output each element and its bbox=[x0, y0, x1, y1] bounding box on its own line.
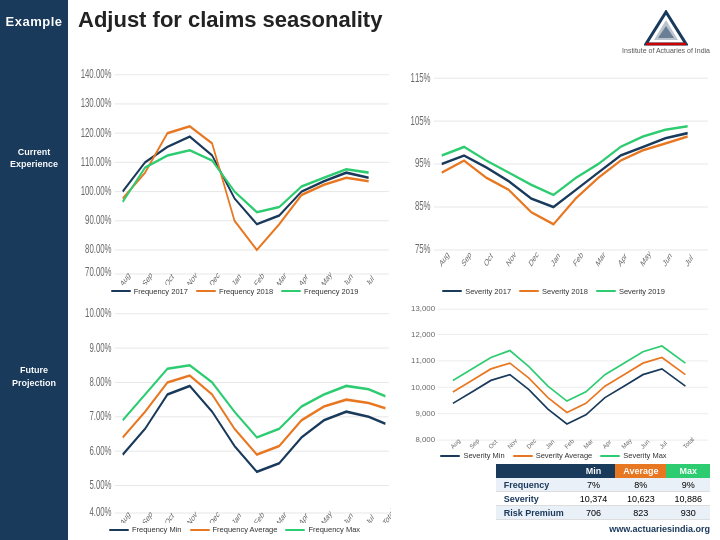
svg-text:Jun: Jun bbox=[342, 271, 354, 284]
svg-text:Oct: Oct bbox=[164, 271, 176, 284]
logo-text: Institute of Actuaries of India bbox=[622, 47, 710, 55]
table-header-max: Max bbox=[666, 464, 710, 478]
summary-table: Min Average Max Frequency 7% 8% bbox=[496, 464, 710, 520]
svg-text:8,000: 8,000 bbox=[415, 435, 435, 444]
svg-text:Jul: Jul bbox=[365, 512, 376, 523]
frequency-current-chart: 140.00% 130.00% 120.00% 110.00% 100.00% … bbox=[78, 61, 391, 295]
table-cell-sev-max: 10,886 bbox=[666, 492, 710, 506]
table-cell-freq-min: 7% bbox=[572, 478, 616, 492]
table-cell-sev-min: 10,374 bbox=[572, 492, 616, 506]
svg-text:Dec: Dec bbox=[208, 509, 221, 523]
table-cell-rp-min: 706 bbox=[572, 506, 616, 520]
svg-text:Nov: Nov bbox=[186, 509, 199, 523]
svg-text:Feb: Feb bbox=[253, 270, 266, 284]
svg-text:9,000: 9,000 bbox=[415, 409, 435, 418]
table-cell-rp-avg: 823 bbox=[615, 506, 666, 520]
table-cell-freq-avg: 8% bbox=[615, 478, 666, 492]
svg-text:Jun: Jun bbox=[342, 510, 354, 523]
table-header-min: Min bbox=[572, 464, 616, 478]
legend-sev-2019: Severity 2019 bbox=[619, 287, 665, 296]
svg-text:Jul: Jul bbox=[365, 274, 376, 285]
svg-text:115%: 115% bbox=[411, 71, 431, 84]
svg-text:Mar: Mar bbox=[594, 250, 607, 269]
svg-text:120.00%: 120.00% bbox=[81, 126, 112, 139]
svg-text:Aug: Aug bbox=[119, 509, 132, 523]
sev-future-legend: Severity Min Severity Average Severity M… bbox=[397, 451, 710, 460]
svg-text:Nov: Nov bbox=[186, 270, 199, 284]
svg-text:9.00%: 9.00% bbox=[89, 341, 111, 354]
svg-text:Sep: Sep bbox=[460, 249, 473, 269]
svg-text:Apr: Apr bbox=[298, 272, 310, 285]
svg-text:Jan: Jan bbox=[231, 510, 243, 523]
svg-text:11,000: 11,000 bbox=[411, 356, 435, 365]
svg-text:Dec: Dec bbox=[527, 250, 540, 269]
svg-text:Jun: Jun bbox=[639, 437, 651, 449]
table-row-frequency: Frequency 7% 8% 9% bbox=[496, 478, 710, 492]
sidebar-current-label: CurrentExperience bbox=[6, 146, 62, 171]
sev-current-legend: Severity 2017 Severity 2018 Severity 201… bbox=[397, 287, 710, 296]
severity-future-chart: 13,000 12,000 11,000 10,000 9,000 8,000 bbox=[397, 300, 710, 460]
svg-text:13,000: 13,000 bbox=[411, 304, 435, 313]
svg-text:85%: 85% bbox=[415, 200, 431, 213]
svg-text:100.00%: 100.00% bbox=[81, 185, 112, 198]
main-content: Adjust for claims seasonality Institute … bbox=[68, 0, 720, 540]
table-cell-sev-avg: 10,623 bbox=[615, 492, 666, 506]
legend-freq-min: Frequency Min bbox=[132, 525, 182, 534]
svg-text:Jul: Jul bbox=[658, 439, 668, 449]
svg-text:Nov: Nov bbox=[505, 250, 518, 269]
svg-text:Feb: Feb bbox=[253, 509, 266, 523]
svg-text:80.00%: 80.00% bbox=[85, 243, 111, 256]
page-number: 23 bbox=[28, 508, 40, 520]
legend-freq-2019: Frequency 2019 bbox=[304, 287, 358, 296]
svg-text:Oct: Oct bbox=[483, 251, 495, 270]
svg-text:May: May bbox=[639, 249, 652, 269]
svg-text:6.00%: 6.00% bbox=[89, 444, 111, 457]
svg-text:Jan: Jan bbox=[544, 437, 556, 449]
legend-sev-2017: Severity 2017 bbox=[465, 287, 511, 296]
svg-text:Oct: Oct bbox=[487, 438, 499, 449]
svg-text:Dec: Dec bbox=[208, 270, 221, 284]
legend-sev-max: Severity Max bbox=[623, 451, 666, 460]
svg-text:12,000: 12,000 bbox=[411, 329, 435, 338]
svg-text:Nov: Nov bbox=[506, 436, 519, 449]
svg-text:Jul: Jul bbox=[684, 253, 695, 269]
legend-sev-min: Severity Min bbox=[463, 451, 504, 460]
frequency-future-chart: 10.00% 9.00% 8.00% 7.00% 6.00% 5.00% 4.0… bbox=[78, 300, 391, 534]
svg-text:Apr: Apr bbox=[617, 251, 629, 269]
table-cell-rp-label: Risk Premium bbox=[496, 506, 572, 520]
table-header-label bbox=[496, 464, 572, 478]
current-experience-row: 140.00% 130.00% 120.00% 110.00% 100.00% … bbox=[78, 61, 710, 295]
svg-text:10.00%: 10.00% bbox=[85, 306, 111, 319]
svg-text:May: May bbox=[620, 436, 634, 449]
logo-icon bbox=[644, 10, 688, 46]
sidebar-example-label: Example bbox=[6, 14, 63, 29]
svg-text:Total: Total bbox=[681, 435, 695, 449]
legend-sev-2018: Severity 2018 bbox=[542, 287, 588, 296]
svg-text:Apr: Apr bbox=[298, 510, 310, 523]
svg-text:Mar: Mar bbox=[275, 509, 288, 523]
table-cell-freq-label: Frequency bbox=[496, 478, 572, 492]
freq-future-legend: Frequency Min Frequency Average Frequenc… bbox=[78, 525, 391, 534]
legend-freq-2018: Frequency 2018 bbox=[219, 287, 273, 296]
svg-text:May: May bbox=[320, 270, 333, 285]
page-title: Adjust for claims seasonality bbox=[78, 8, 382, 32]
svg-text:May: May bbox=[320, 508, 333, 523]
svg-text:Sep: Sep bbox=[468, 436, 481, 449]
svg-text:Aug: Aug bbox=[119, 270, 132, 284]
table-row-risk-premium: Risk Premium 706 823 930 bbox=[496, 506, 710, 520]
svg-text:Oct: Oct bbox=[164, 510, 176, 523]
svg-text:7.00%: 7.00% bbox=[89, 409, 111, 422]
svg-text:70.00%: 70.00% bbox=[85, 265, 111, 278]
svg-text:5.00%: 5.00% bbox=[89, 478, 111, 491]
svg-text:75%: 75% bbox=[415, 243, 431, 256]
svg-text:Mar: Mar bbox=[582, 437, 594, 449]
svg-text:Jan: Jan bbox=[231, 271, 243, 284]
sidebar: Example CurrentExperience FutureProjecti… bbox=[0, 0, 68, 540]
svg-text:8.00%: 8.00% bbox=[89, 375, 111, 388]
table-header-avg: Average bbox=[615, 464, 666, 478]
svg-text:140.00%: 140.00% bbox=[81, 68, 112, 81]
svg-text:Sep: Sep bbox=[141, 270, 154, 285]
table-cell-rp-max: 930 bbox=[666, 506, 710, 520]
table-row-severity: Severity 10,374 10,623 10,886 bbox=[496, 492, 710, 506]
svg-text:10,000: 10,000 bbox=[411, 382, 435, 391]
